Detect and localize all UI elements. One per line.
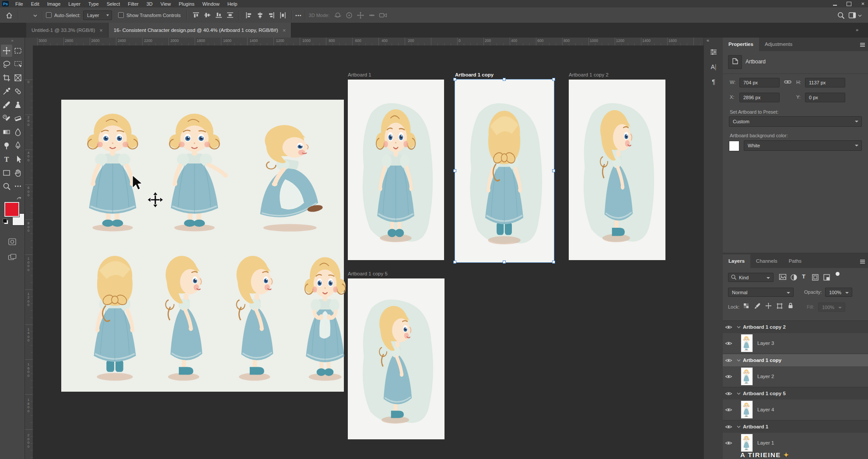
filter-shape-layers-icon[interactable] (812, 274, 819, 283)
align-left-icon[interactable] (243, 10, 254, 21)
transform-handle[interactable] (453, 78, 456, 81)
artboard-name-label[interactable]: Artboard 1 copy 2 (569, 72, 609, 77)
artboard-name-label[interactable]: Artboard 1 copy (455, 72, 494, 77)
blend-mode-dropdown[interactable]: Normal (728, 288, 794, 297)
menu-edit[interactable]: Edit (27, 1, 43, 7)
tool-path-selection[interactable] (12, 153, 24, 165)
layer-row-artboard[interactable]: Artboard 1 copy (723, 354, 868, 366)
chevron-down-icon[interactable] (33, 13, 37, 18)
visibility-eye-icon[interactable] (723, 407, 734, 412)
more-align-options-button[interactable]: ••• (295, 13, 302, 18)
layer-thumbnail[interactable] (741, 434, 753, 452)
lock-transparency-icon[interactable] (743, 303, 749, 311)
transform-handle[interactable] (453, 169, 456, 172)
tool-object-selection[interactable] (12, 58, 24, 70)
vertical-ruler[interactable]: 0200400600800100012001400160018002000 (25, 45, 33, 459)
expand-chevron-icon[interactable] (734, 326, 743, 329)
tool-type[interactable]: T (1, 153, 12, 165)
visibility-eye-icon[interactable] (723, 341, 734, 346)
visibility-eye-icon[interactable] (723, 391, 734, 396)
chevron-down-icon[interactable] (858, 13, 862, 18)
tab-paths[interactable]: Paths (783, 254, 807, 268)
ruler-origin-corner[interactable] (25, 38, 33, 46)
tab-layers[interactable]: Layers (723, 254, 750, 268)
collapse-panels-button[interactable]: » (856, 27, 858, 32)
expand-chevron-icon[interactable] (734, 359, 743, 362)
artboard-bg-dropdown[interactable]: White (744, 140, 862, 151)
tool-zoom[interactable] (1, 180, 12, 192)
layer-row[interactable]: Layer 1 (723, 432, 868, 453)
foreground-color-swatch[interactable] (4, 202, 19, 217)
tab-adjustments[interactable]: Adjustments (759, 38, 798, 51)
close-tab-icon[interactable]: × (99, 27, 103, 34)
brush-settings-panel-icon[interactable] (704, 45, 723, 59)
transform-handle[interactable] (552, 78, 555, 81)
show-transform-checkbox[interactable] (118, 12, 124, 18)
paragraph-panel-icon[interactable]: ¶ (704, 74, 723, 89)
expand-panels-button[interactable]: « (704, 38, 723, 45)
close-button[interactable]: × (861, 1, 864, 7)
align-right-icon[interactable] (266, 10, 277, 21)
restore-button[interactable] (847, 2, 851, 6)
layer-row-artboard[interactable]: Artboard 1 copy 2 (723, 320, 868, 333)
artboard-1[interactable] (348, 80, 444, 260)
visibility-eye-icon[interactable] (723, 374, 734, 379)
menu-file[interactable]: File (11, 1, 27, 7)
layer-row[interactable]: Layer 4 (723, 399, 868, 420)
lock-pixels-icon[interactable] (754, 303, 761, 311)
tool-history-brush[interactable] (1, 112, 12, 125)
transform-handle[interactable] (453, 261, 456, 264)
tool-clone-stamp[interactable] (12, 99, 24, 111)
tool-rectangular-marquee[interactable] (12, 45, 24, 57)
preset-dropdown[interactable]: Custom (729, 116, 862, 127)
close-tab-icon[interactable]: × (283, 27, 286, 34)
minimize-button[interactable] (833, 5, 837, 6)
height-field[interactable]: 1137 px (805, 78, 845, 87)
menu-select[interactable]: Select (103, 1, 124, 7)
screen-mode-icon[interactable] (8, 254, 17, 262)
layer-thumbnail[interactable] (741, 334, 753, 352)
menu-type[interactable]: Type (84, 1, 103, 7)
menu-filter[interactable]: Filter (124, 1, 142, 7)
tool-gradient[interactable] (1, 126, 12, 138)
layer-thumbnail[interactable] (741, 400, 753, 419)
expand-chevron-icon[interactable] (734, 425, 743, 428)
default-colors-icon[interactable] (3, 219, 8, 224)
tool-move[interactable] (1, 45, 12, 57)
artboard-1-copy[interactable] (455, 80, 554, 262)
artboard-name-label[interactable]: Artboard 1 (348, 72, 371, 77)
filter-type-layers-icon[interactable]: T (802, 273, 805, 280)
tool-brush[interactable] (1, 99, 12, 111)
transform-handle[interactable] (503, 78, 506, 81)
lock-artboard-icon[interactable] (776, 303, 783, 311)
menu-help[interactable]: Help (224, 1, 242, 7)
tab-channels[interactable]: Channels (750, 254, 783, 268)
tool-healing-brush[interactable] (12, 85, 24, 97)
layer-filter-search[interactable]: Kind (728, 273, 774, 282)
search-icon[interactable] (835, 10, 847, 21)
horizontal-ruler[interactable]: 3000280026002400220020001800160014001200… (33, 38, 704, 46)
document-tab-1[interactable]: 16- Consistent Character design.psd @ 40… (108, 23, 291, 38)
panel-menu-icon[interactable] (857, 256, 868, 267)
expand-chevron-icon[interactable] (734, 392, 743, 395)
distribute-horizontal-icon[interactable] (277, 10, 288, 21)
tool-eraser[interactable] (12, 112, 24, 125)
quick-mask-icon[interactable] (8, 238, 17, 247)
width-field[interactable]: 704 px (739, 78, 780, 87)
artboard-1-copy-2[interactable] (569, 80, 665, 260)
tool-lasso[interactable] (1, 58, 12, 70)
opacity-dropdown[interactable]: 100% (825, 288, 852, 297)
filter-smart-objects-icon[interactable] (823, 274, 830, 283)
artboard-name-label[interactable]: Artboard 1 copy 5 (348, 271, 388, 276)
transform-handle[interactable] (503, 261, 506, 264)
filter-pixel-layers-icon[interactable] (779, 274, 787, 282)
tool-crop[interactable] (1, 72, 12, 84)
visibility-eye-icon[interactable] (723, 424, 734, 429)
document-tab-0[interactable]: Untitled-1 @ 33.3% (RGB/8)× (26, 23, 108, 38)
visibility-eye-icon[interactable] (723, 358, 734, 363)
tool-frame[interactable] (12, 72, 24, 84)
toolbar-collapse-icon[interactable]: » (0, 38, 24, 43)
menu-window[interactable]: Window (199, 1, 224, 7)
align-top-icon[interactable] (190, 10, 202, 21)
home-icon[interactable] (4, 10, 15, 21)
